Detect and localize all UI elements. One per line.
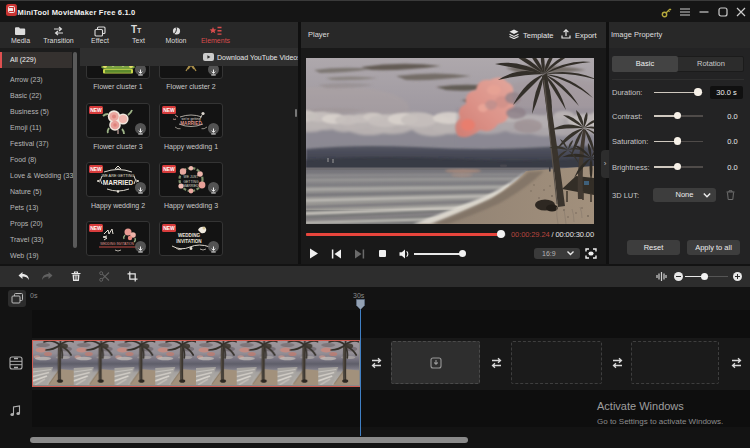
svg-text:MARRIED: MARRIED xyxy=(103,179,134,186)
svg-text:WEDDING INVITATION: WEDDING INVITATION xyxy=(100,242,134,246)
svg-text:MARRIED: MARRIED xyxy=(183,184,199,188)
svg-text:MARRIED: MARRIED xyxy=(180,121,202,126)
svg-text:WEDDING: WEDDING xyxy=(178,233,201,238)
svg-text:GETTING: GETTING xyxy=(183,180,198,184)
svg-text:WE ARE GETTING: WE ARE GETTING xyxy=(102,174,135,178)
svg-text:INVITATION: INVITATION xyxy=(176,239,202,244)
svg-text:WE JUST: WE JUST xyxy=(184,175,199,179)
